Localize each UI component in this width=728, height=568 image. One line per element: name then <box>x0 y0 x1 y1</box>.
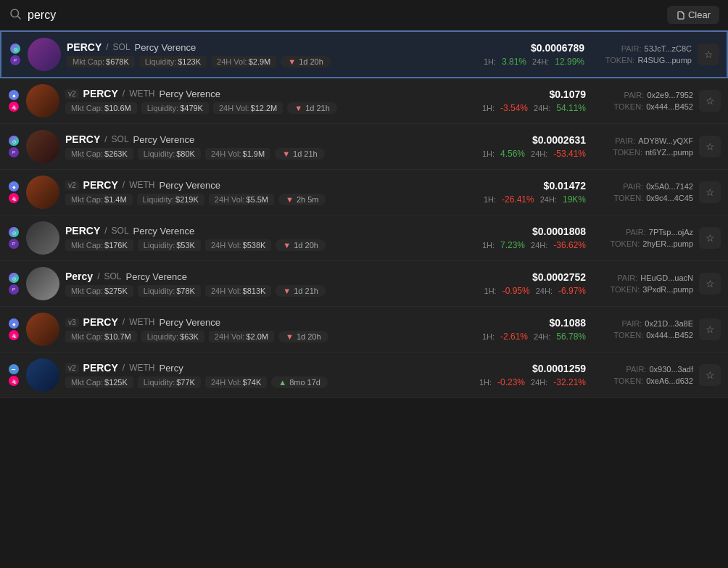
change-24h-value: -53.41% <box>553 149 586 159</box>
uniswap-dex-icon: 🦄 <box>9 330 19 340</box>
eth-chain-icon: ◆ <box>9 90 19 100</box>
result-item[interactable]: ◎ P PERCY / SOL Percy Verence Mkt Cap:$1… <box>0 215 728 261</box>
chain-icons: ◎ P <box>7 227 20 249</box>
pair-label: PAIR: <box>626 365 647 374</box>
star-button[interactable]: ☆ <box>698 44 719 65</box>
change-1h-label: 1H: <box>482 332 495 341</box>
pair-address: 0x5A0...7142 <box>646 182 693 191</box>
token-row: TOKEN: nt6YZ...pump <box>613 148 693 157</box>
mkt-cap-stat: Mkt Cap:$678K <box>67 56 135 67</box>
pair-row: PAIR: 53JcT...zC8C <box>621 44 692 53</box>
token-symbol: PERCY <box>83 88 118 99</box>
token-name-row: v2 PERCY / WETH Percy Verence <box>65 179 435 191</box>
pair-address: 53JcT...zC8C <box>645 44 692 53</box>
change-1h-label: 1H: <box>484 287 497 295</box>
change-24h-label: 24H: <box>531 378 547 387</box>
result-item[interactable]: ◆ 🦄 v2 PERCY / WETH Percy Verence Mkt Ca… <box>0 78 728 124</box>
star-icon: ☆ <box>706 141 715 152</box>
token-name-row: PERCY / SOL Percy Verence <box>65 133 435 145</box>
star-button[interactable]: ☆ <box>699 136 721 157</box>
token-name-row: v2 PERCY / WETH Percy <box>65 362 435 374</box>
mkt-cap-stat: Mkt Cap:$275K <box>65 285 133 297</box>
search-icon <box>9 7 22 22</box>
version-badge: v2 <box>65 181 79 190</box>
age-arrow-up: ▲ <box>278 378 286 387</box>
token-stats-row: Mkt Cap:$263K Liquidity:$80K 24H Vol:$1.… <box>65 148 435 160</box>
token-full-name: Percy Verence <box>135 42 197 53</box>
token-label: TOKEN: <box>613 376 643 385</box>
token-base: SOL <box>104 271 122 281</box>
change-24h-value: 54.11% <box>556 103 586 113</box>
star-button[interactable]: ☆ <box>699 273 721 295</box>
result-item[interactable]: − 🦄 v2 PERCY / WETH Percy Mkt Cap:$125K … <box>0 353 728 398</box>
vol-stat: 24H Vol:$12.2M <box>213 102 283 114</box>
token-address: 0xeA6...d632 <box>646 376 693 385</box>
mkt-cap-stat: Mkt Cap:$176K <box>65 239 133 251</box>
search-bar: Clear <box>0 0 728 30</box>
liquidity-stat: Liquidity:$63K <box>141 331 204 342</box>
price-value: $0.0006789 <box>531 42 584 54</box>
token-row: TOKEN: 0xeA6...d632 <box>613 376 693 385</box>
age-pill: ▼ 1d 20h <box>278 331 328 342</box>
price-value: $0.0001808 <box>532 226 586 237</box>
change-24h-value: -32.21% <box>553 377 586 387</box>
version-badge: v2 <box>65 363 79 373</box>
token-avatar <box>26 313 59 346</box>
liquidity-stat: Liquidity:$80K <box>138 148 201 160</box>
pump-dex-icon: P <box>9 284 19 295</box>
token-sep: / <box>104 134 107 144</box>
star-icon: ☆ <box>704 49 713 60</box>
pair-section: PAIR: 0x2e9...7952 TOKEN: 0x444...B452 <box>592 91 693 111</box>
pair-section: PAIR: 53JcT...zC8C TOKEN: R4SUG...pump <box>590 44 692 65</box>
price-section: $0.01472 1H: -26.41% 24H: 19K% <box>441 180 586 205</box>
vol-stat: 24H Vol:$1.9M <box>205 148 270 160</box>
age-arrow-down: ▼ <box>282 149 290 158</box>
change-row: 1H: -2.61% 24H: 56.78% <box>482 332 586 342</box>
mkt-cap-stat: Mkt Cap:$10.7M <box>65 331 137 342</box>
clear-button[interactable]: Clear <box>667 6 719 24</box>
star-button[interactable]: ☆ <box>699 90 721 112</box>
change-1h-value: 3.81% <box>502 57 526 67</box>
star-icon: ☆ <box>706 369 715 381</box>
star-button[interactable]: ☆ <box>699 227 721 249</box>
pair-row: PAIR: 0x930...3adf <box>626 365 693 374</box>
token-stats-row: Mkt Cap:$10.6M Liquidity:$479K 24H Vol:$… <box>65 102 435 114</box>
pair-row: PAIR: HEuGD...uacN <box>617 273 693 282</box>
star-button[interactable]: ☆ <box>699 364 721 386</box>
change-1h-label: 1H: <box>479 378 492 387</box>
result-item[interactable]: ◆ 🦄 v3 PERCY / WETH Percy Verence Mkt Ca… <box>0 307 728 353</box>
token-info: v2 PERCY / WETH Percy Verence Mkt Cap:$1… <box>65 88 435 114</box>
liquidity-stat: Liquidity:$77K <box>138 376 201 388</box>
search-input[interactable] <box>28 9 667 22</box>
token-avatar <box>26 130 59 163</box>
age-pill: ▼ 1d 20h <box>276 239 326 251</box>
pair-row: PAIR: ADY8W...yQXF <box>615 136 693 145</box>
token-info: PERCY / SOL Percy Verence Mkt Cap:$176K … <box>65 225 435 251</box>
star-icon: ☆ <box>706 186 715 198</box>
token-base: WETH <box>129 317 154 327</box>
result-item[interactable]: ◎ P Percy / SOL Percy Verence Mkt Cap:$2… <box>0 261 728 307</box>
star-button[interactable]: ☆ <box>699 318 721 340</box>
token-avatar <box>28 38 61 71</box>
age-value: 1d 20h <box>299 57 323 66</box>
token-row: TOKEN: R4SUG...pump <box>605 56 692 65</box>
pair-label: PAIR: <box>621 44 642 53</box>
age-pill: ▼ 1d 21h <box>276 285 326 297</box>
token-info: PERCY / SOL Percy Verence Mkt Cap:$678K … <box>67 41 434 67</box>
uniswap-dex-icon: 🦄 <box>9 193 19 203</box>
result-item[interactable]: ◆ 🦄 v2 PERCY / WETH Percy Verence Mkt Ca… <box>0 170 728 215</box>
result-item[interactable]: ◎ P PERCY / SOL Percy Verence Mkt Cap:$2… <box>0 124 728 170</box>
change-1h-value: 4.56% <box>500 149 525 159</box>
token-symbol: PERCY <box>83 316 118 328</box>
result-item[interactable]: ◎ P PERCY / SOL Percy Verence Mkt Cap:$6… <box>0 30 728 78</box>
token-name-row: Percy / SOL Percy Verence <box>65 271 435 282</box>
version-badge: v3 <box>65 318 79 327</box>
star-button[interactable]: ☆ <box>699 181 721 203</box>
change-24h-label: 24H: <box>531 149 547 158</box>
token-info: v3 PERCY / WETH Percy Verence Mkt Cap:$1… <box>65 316 435 342</box>
token-base: WETH <box>129 363 154 373</box>
change-24h-label: 24H: <box>532 57 549 66</box>
age-arrow-down: ▼ <box>283 241 291 250</box>
token-name-row: PERCY / SOL Percy Verence <box>67 41 434 53</box>
age-arrow-down: ▼ <box>294 104 302 112</box>
